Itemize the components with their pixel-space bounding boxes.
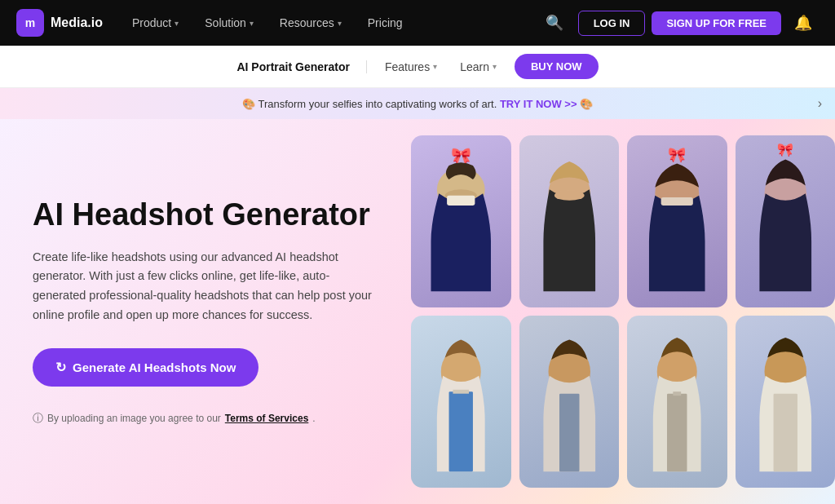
chevron-down-icon: ▾ — [175, 19, 179, 28]
svg-point-5 — [554, 191, 584, 201]
secondary-navigation: AI Portrait Generator Features ▾ Learn ▾… — [0, 46, 835, 88]
portrait-card — [627, 316, 727, 488]
svg-rect-11 — [449, 391, 473, 471]
page-title: AI Portrait Generator — [236, 60, 366, 73]
portrait-card — [736, 316, 836, 488]
nav-pricing[interactable]: Pricing — [358, 11, 413, 34]
svg-rect-17 — [673, 391, 681, 396]
login-button[interactable]: LOG IN — [578, 11, 646, 36]
portrait-card — [519, 135, 620, 307]
announcement-emoji1: 🎨 — [242, 98, 255, 110]
announcement-text: Transform your selfies into captivating … — [258, 98, 497, 110]
terms-notice: ⓘ By uploading an image you agree to our… — [33, 411, 424, 426]
chevron-down-icon: ▾ — [493, 62, 497, 71]
logo-area[interactable]: m Media.io — [16, 9, 103, 37]
nav-solution[interactable]: Solution ▾ — [195, 11, 263, 34]
svg-rect-16 — [667, 394, 687, 472]
announcement-emoji2: 🎨 — [580, 98, 593, 110]
svg-rect-19 — [773, 394, 797, 472]
nav-learn[interactable]: Learn ▾ — [448, 55, 508, 78]
svg-rect-3 — [447, 196, 475, 206]
portrait-card — [411, 316, 511, 488]
chevron-down-icon: ▾ — [250, 19, 254, 28]
logo-text: Media.io — [51, 15, 103, 30]
notification-bell-icon[interactable]: 🔔 — [788, 9, 819, 37]
info-icon: ⓘ — [33, 411, 43, 426]
female-portrait-svg — [627, 135, 727, 307]
portrait-card: 🎀 — [627, 135, 727, 307]
chevron-down-icon: ▾ — [433, 62, 437, 71]
chevron-down-icon: ▾ — [338, 19, 342, 28]
male-portrait-svg — [519, 316, 620, 488]
svg-rect-12 — [453, 390, 469, 394]
nav-features[interactable]: Features ▾ — [373, 55, 448, 78]
announcement-cta[interactable]: TRY IT NOW >> — [500, 98, 577, 110]
search-icon[interactable]: 🔍 — [537, 9, 572, 37]
female-portrait-svg — [736, 135, 836, 307]
buy-now-button[interactable]: BUY NOW — [515, 54, 599, 79]
male-portrait-svg — [627, 316, 727, 488]
nav-resources[interactable]: Resources ▾ — [270, 11, 351, 34]
top-navigation: m Media.io Product ▾ Solution ▾ Resource… — [0, 0, 835, 46]
svg-rect-14 — [559, 394, 580, 472]
svg-rect-8 — [661, 197, 693, 206]
portrait-grid: 🎀 — [403, 127, 835, 496]
terms-link[interactable]: Terms of Services — [225, 413, 309, 424]
female-portrait-svg — [411, 135, 511, 307]
hero-title: AI Headshot Generator — [33, 197, 424, 233]
female-portrait-svg — [519, 135, 620, 307]
announcement-bar: 🎨 Transform your selfies into captivatin… — [0, 88, 835, 119]
hero-left-content: AI Headshot Generator Create life-like h… — [33, 197, 424, 426]
hero-description: Create life-like headshots using our adv… — [33, 248, 375, 326]
nav-product[interactable]: Product ▾ — [122, 11, 188, 34]
portrait-card — [519, 316, 620, 488]
generate-icon: ↻ — [55, 360, 66, 375]
logo-icon: m — [16, 9, 44, 37]
male-portrait-svg — [411, 316, 511, 488]
generate-button[interactable]: ↻ Generate AI Headshots Now — [33, 348, 258, 387]
close-icon[interactable]: › — [818, 96, 822, 111]
portrait-card: 🎀 — [411, 135, 511, 307]
signup-button[interactable]: SIGN UP FOR FREE — [652, 11, 781, 35]
portrait-card: 🎀 — [736, 135, 836, 307]
hero-section: AI Headshot Generator Create life-like h… — [0, 119, 835, 504]
male-portrait-svg — [736, 316, 836, 488]
